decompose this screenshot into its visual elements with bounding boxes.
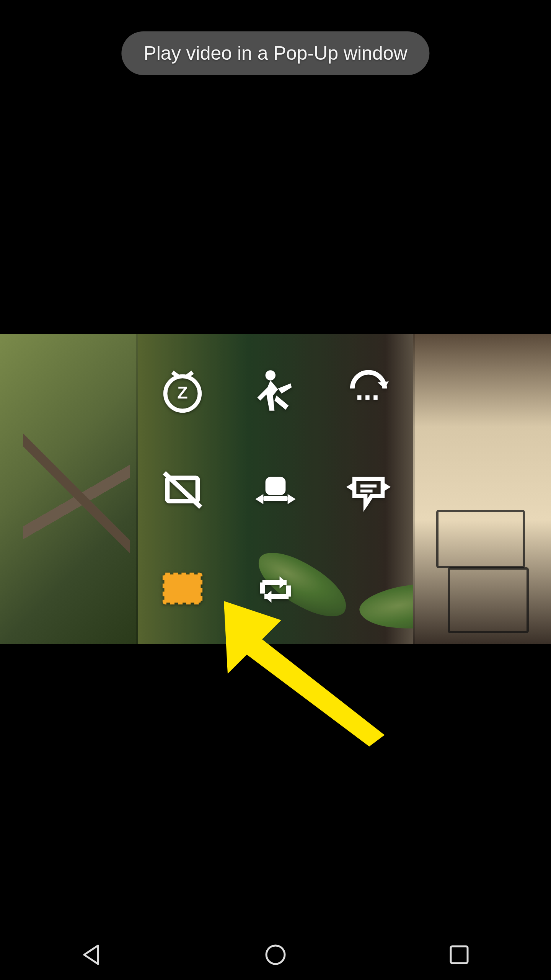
svg-rect-18 (172, 581, 192, 596)
svg-marker-20 (264, 591, 271, 603)
screen-stretch-button[interactable] (237, 452, 314, 529)
sleep-timer-button[interactable]: Z (144, 353, 221, 430)
playback-speed-button[interactable] (237, 353, 314, 430)
svg-point-4 (266, 370, 276, 380)
sleep-timer-icon: Z (157, 365, 208, 417)
rotate-icon (343, 365, 394, 417)
android-navbar (0, 931, 551, 980)
home-circle-icon (262, 941, 289, 970)
svg-rect-10 (263, 496, 287, 501)
aspect-ratio-button[interactable] (144, 452, 221, 529)
nav-home-button[interactable] (253, 940, 298, 971)
back-triangle-icon (78, 941, 106, 970)
repeat-icon (250, 564, 301, 616)
rotate-button[interactable] (330, 353, 407, 430)
svg-text:Z: Z (177, 383, 187, 402)
toast-text: Play video in a Pop-Up window (143, 42, 407, 64)
playback-options-grid: Z (136, 334, 415, 644)
subtitle-sync-button[interactable] (330, 452, 407, 529)
nav-back-button[interactable] (69, 940, 115, 971)
svg-marker-11 (255, 494, 263, 504)
subtitle-sync-icon (343, 465, 394, 517)
video-player-screen: Play video in a Pop-Up window Z (0, 0, 551, 931)
popup-play-button[interactable] (144, 552, 221, 629)
video-content-chair (436, 510, 536, 632)
svg-rect-9 (266, 477, 286, 495)
repeat-button[interactable] (237, 552, 314, 629)
toast-message: Play video in a Pop-Up window (121, 31, 429, 75)
svg-marker-16 (383, 482, 391, 492)
svg-marker-19 (280, 577, 287, 589)
svg-marker-12 (288, 494, 296, 504)
playback-speed-icon (250, 365, 301, 417)
screen-stretch-icon (250, 465, 301, 517)
nav-recent-button[interactable] (436, 940, 482, 971)
popup-play-icon (157, 564, 208, 616)
svg-point-25 (266, 946, 285, 964)
svg-marker-15 (346, 482, 354, 492)
aspect-ratio-off-icon (157, 465, 208, 517)
svg-rect-26 (451, 946, 468, 963)
svg-marker-24 (84, 946, 98, 964)
recent-square-icon (445, 941, 473, 970)
video-frame[interactable]: Z (0, 334, 551, 644)
video-content-branch (23, 410, 130, 564)
